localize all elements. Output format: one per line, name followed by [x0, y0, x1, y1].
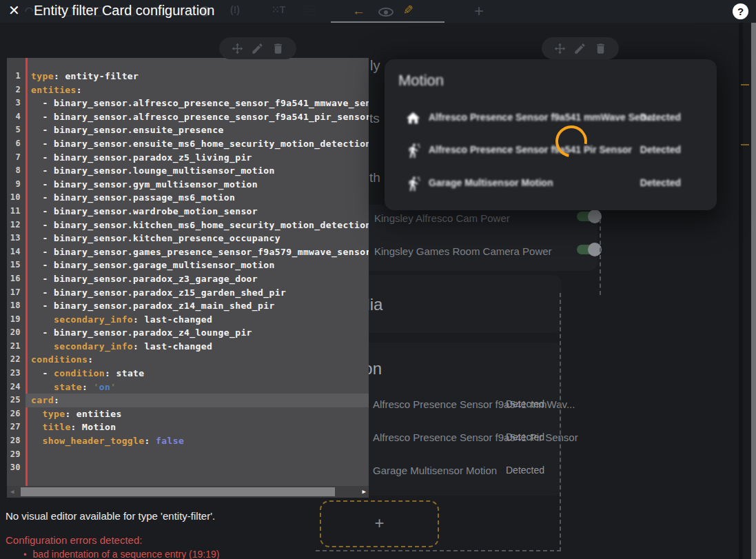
line-number: 5 — [7, 123, 25, 137]
code-line[interactable]: 13 - binary_sensor.kitchen_presence_occu… — [7, 232, 369, 245]
line-number: 11 — [7, 205, 25, 218]
code-line[interactable]: 1type: entity-filter — [7, 70, 369, 83]
move-icon[interactable] — [231, 42, 244, 55]
page-right-strip — [743, 23, 751, 559]
code-line[interactable]: 12 - binary_sensor.kitchen_ms6_home_secu… — [7, 218, 369, 232]
help-icon[interactable]: ? — [733, 3, 748, 19]
code-line[interactable]: 2entities: — [7, 83, 369, 97]
add-tab-icon[interactable]: + — [474, 1, 484, 21]
config-errors-title: Configuration errors detected: — [6, 534, 142, 546]
line-number: 18 — [7, 299, 25, 313]
yaml-code-editor[interactable]: 1type: entity-filter2entities:3 - binary… — [7, 58, 369, 498]
move-icon[interactable] — [553, 42, 566, 55]
code-text: - binary_sensor.games_presence_sensor_f9… — [25, 245, 369, 259]
eye-preview-icon[interactable] — [378, 8, 394, 17]
code-text: type: entities — [25, 407, 369, 421]
line-number: 15 — [7, 258, 25, 272]
line-number: 23 — [7, 367, 25, 380]
code-line[interactable]: 8 - binary_sensor.lounge_multisensor_mot… — [7, 164, 369, 178]
spray-ghost-icon: ⁙T — [272, 4, 285, 15]
clipped-heading-fragment: ly — [370, 58, 380, 74]
line-number: 20 — [7, 326, 25, 340]
code-line[interactable]: 3 - binary_sensor.alfresco_presence_sens… — [7, 96, 369, 110]
tire-pressure-ghost-icon: (!) — [230, 4, 240, 15]
scrollbar-thumb[interactable] — [21, 487, 335, 496]
line-number: 27 — [7, 420, 25, 434]
line-number: 13 — [7, 232, 25, 245]
dialog-title: Entity filter Card configuration — [34, 3, 214, 19]
code-line[interactable]: 29 — [7, 448, 369, 462]
motion-sensor-icon — [405, 143, 421, 159]
code-text: - binary_sensor.lounge_multisensor_motio… — [25, 164, 369, 178]
active-tab-underline — [331, 21, 445, 23]
code-text: - binary_sensor.paradox_z3_garage_door — [25, 272, 369, 286]
back-arrow-icon[interactable]: ← — [352, 3, 365, 19]
add-card-button[interactable]: + — [320, 500, 439, 547]
code-line[interactable]: 20 - binary_sensor.paradox_z4_lounge_pir — [7, 326, 369, 340]
code-text: - binary_sensor.wardrobe_motion_sensor — [25, 205, 369, 218]
trash-icon[interactable] — [594, 42, 607, 55]
code-line[interactable]: 18 - binary_sensor.paradox_z14_main_shed… — [7, 299, 369, 313]
power-row-label: Kingsley Games Room Camera Power — [374, 245, 552, 257]
power-toggle[interactable] — [577, 245, 600, 254]
line-number: 6 — [7, 137, 25, 151]
code-line[interactable]: 16 - binary_sensor.paradox_z3_garage_doo… — [7, 272, 369, 286]
pencil-edit-icon[interactable]: ✎ — [403, 3, 413, 18]
code-line[interactable]: 28 show_header_toggle: false — [7, 434, 369, 448]
code-line[interactable]: 4 - binary_sensor.alfresco_presence_sens… — [7, 110, 369, 124]
card-controls-left — [219, 37, 296, 59]
code-line[interactable]: 23 - condition: state — [7, 367, 369, 380]
motion-sensor-icon — [405, 176, 421, 192]
code-line[interactable]: 17 - binary_sensor.paradox_z15_garden_sh… — [7, 286, 369, 300]
line-number: 17 — [7, 286, 25, 300]
code-line[interactable]: 19 secondary_info: last-changed — [7, 313, 369, 327]
code-line[interactable]: 5 - binary_sensor.ensuite_presence — [7, 123, 369, 137]
pencil-icon[interactable] — [573, 42, 586, 55]
preview-entity-row[interactable]: Alfresco Presence Sensor f9a541 mmWave S… — [385, 109, 717, 128]
close-icon[interactable]: ✕ — [8, 2, 20, 19]
code-text: card: — [25, 394, 369, 407]
preview-entity-row[interactable]: Alfresco Presence Sensor f9a541 Pir Sens… — [385, 141, 717, 161]
pencil-icon[interactable] — [251, 42, 264, 55]
code-text: - binary_sensor.paradox_z14_main_shed_pi… — [25, 299, 369, 313]
code-line[interactable]: 22conditions: — [7, 353, 369, 367]
code-text: conditions: — [25, 353, 369, 367]
code-line[interactable]: 26 type: entities — [7, 407, 369, 421]
line-number: 16 — [7, 272, 25, 286]
plus-icon: + — [374, 514, 384, 533]
editor-horizontal-scrollbar[interactable]: ◀ ▶ — [7, 486, 369, 498]
code-line[interactable]: 10 - binary_sensor.passage_ms6_motion — [7, 191, 369, 205]
code-line[interactable]: 6 - binary_sensor.ensuite_ms6_home_secur… — [7, 137, 369, 151]
code-line[interactable]: 15 - binary_sensor.garage_multisensor_mo… — [7, 258, 369, 272]
code-text: - binary_sensor.paradox_z15_garden_shed_… — [25, 286, 369, 300]
page-scrollbar[interactable] — [751, 23, 756, 559]
code-line[interactable]: 14 - binary_sensor.games_presence_sensor… — [7, 245, 369, 259]
code-text: type: entity-filter — [25, 70, 369, 83]
code-line[interactable]: 9 - binary_sensor.gym_multisensor_motion — [7, 178, 369, 192]
code-text — [25, 461, 369, 475]
bullet-icon: • — [23, 549, 27, 559]
line-number: 29 — [7, 448, 25, 462]
line-number: 14 — [7, 245, 25, 259]
line-number: 21 — [7, 340, 25, 354]
code-text: - binary_sensor.kitchen_presence_occupan… — [25, 232, 369, 245]
code-lines[interactable]: 1type: entity-filter2entities:3 - binary… — [7, 70, 369, 475]
code-line[interactable]: 11 - binary_sensor.wardrobe_motion_senso… — [7, 205, 369, 218]
code-line[interactable]: 30 — [7, 461, 369, 475]
power-toggle[interactable] — [577, 212, 600, 221]
code-line[interactable]: 24 state: 'on' — [7, 380, 369, 394]
preview-entity-row[interactable]: Garage Multisensor MotionDetected — [385, 174, 717, 194]
scroll-left-arrow-icon[interactable]: ◀ — [10, 488, 14, 495]
code-line[interactable]: 7 - binary_sensor.paradox_z5_living_pir — [7, 151, 369, 165]
line-number: 1 — [7, 70, 25, 83]
line-number: 30 — [7, 461, 25, 475]
scroll-right-arrow-icon[interactable]: ▶ — [362, 488, 366, 495]
code-line[interactable]: 21 secondary_info: last-changed — [7, 340, 369, 354]
trash-icon[interactable] — [272, 42, 285, 55]
code-text: - binary_sensor.garage_multisensor_motio… — [25, 258, 369, 272]
code-text: state: 'on' — [25, 380, 369, 394]
code-line[interactable]: 25card: — [7, 394, 369, 407]
entity-name: Alfresco Presence Sensor f9a541 Pir Sens… — [429, 144, 632, 155]
code-line[interactable]: 27 title: Motion — [7, 420, 369, 434]
gold-dashed-border-fragment — [741, 144, 749, 145]
